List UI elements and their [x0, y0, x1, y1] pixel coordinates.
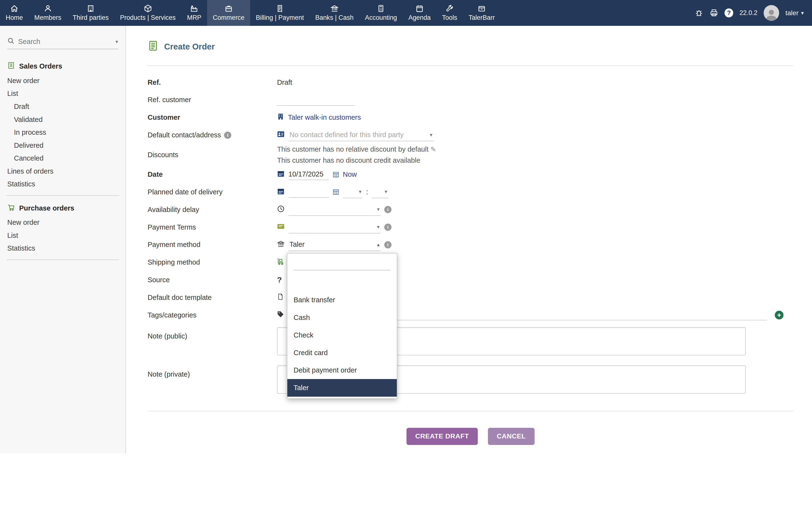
nav-item-commerce[interactable]: Commerce — [207, 0, 250, 26]
dropdown-option-credit-card[interactable]: Credit card — [287, 344, 397, 362]
sales-orders-title: Sales Orders — [19, 62, 62, 70]
nav-label: Billing | Payment — [256, 14, 304, 21]
add-tag-icon[interactable]: + — [775, 311, 783, 320]
payment-terms-label: Payment Terms — [148, 223, 277, 231]
chevron-up-icon: ▴ — [377, 241, 379, 248]
delivery-minute-select[interactable]: ▾ — [372, 186, 388, 198]
sales-order-icon — [7, 62, 15, 71]
dropdown-option-cash[interactable]: Cash — [287, 309, 397, 326]
date-input[interactable] — [289, 169, 329, 180]
help-icon[interactable]: ? — [724, 8, 733, 17]
dropdown-option-debit-payment-order[interactable]: Debit payment order — [287, 361, 397, 379]
doc-template-label: Default doc template — [148, 294, 277, 301]
sidebar-item-list[interactable]: List — [0, 87, 125, 100]
wrench-icon — [445, 4, 454, 12]
dropdown-option-bank-transfer[interactable]: Bank transfer — [287, 291, 397, 309]
nav-item-third-parties[interactable]: Third parties — [67, 0, 114, 26]
print-icon[interactable] — [710, 8, 718, 17]
time-separator: : — [366, 188, 368, 196]
now-link[interactable]: Now — [343, 170, 357, 178]
nav-item-products-services[interactable]: Products | Services — [114, 0, 181, 26]
nav-label: Commerce — [213, 14, 244, 21]
payment-method-select[interactable]: Taler ▴ — [289, 238, 380, 251]
ref-customer-label: Ref. customer — [148, 96, 277, 104]
sidebar-item-statistics[interactable]: Statistics — [0, 178, 125, 191]
nav-item-tools[interactable]: Tools — [437, 0, 463, 26]
customer-label: Customer — [148, 113, 277, 121]
ref-customer-input[interactable] — [277, 94, 355, 106]
create-draft-button[interactable]: CREATE DRAFT — [406, 428, 478, 445]
dropdown-option-taler[interactable]: Taler — [287, 379, 397, 397]
divider — [6, 195, 119, 196]
dropdown-search-input[interactable] — [294, 260, 391, 270]
bug-icon[interactable] — [695, 8, 703, 17]
contact-select[interactable]: No contact defined for this third party … — [289, 129, 434, 141]
date-picker-icon[interactable] — [333, 171, 339, 178]
nav-item-members[interactable]: Members — [29, 0, 67, 26]
sales-orders-section: Sales Orders — [0, 59, 125, 74]
note-private-row: Note (private) — [148, 365, 794, 400]
search-input[interactable] — [18, 38, 112, 46]
document-icon — [277, 293, 284, 302]
dropdown-option-empty[interactable] — [287, 274, 397, 291]
form-actions: CREATE DRAFT CANCEL — [148, 428, 794, 445]
nav-item-mrp[interactable]: MRP — [181, 0, 207, 26]
clock-icon — [277, 205, 285, 214]
delivery-hour-select[interactable]: ▾ — [343, 186, 362, 198]
info-icon[interactable]: i — [384, 206, 392, 213]
cancel-button[interactable]: CANCEL — [488, 428, 535, 445]
nav-item-agenda[interactable]: Agenda — [403, 0, 436, 26]
nav-label: Home — [6, 14, 23, 21]
order-doc-icon — [148, 40, 158, 53]
sidebar-item-draft[interactable]: Draft — [0, 100, 125, 113]
purchase-orders-title: Purchase orders — [19, 204, 74, 212]
dropdown-option-check[interactable]: Check — [287, 326, 397, 344]
page-title-text: Create Order — [164, 42, 215, 51]
note-public-row: Note (public) — [148, 327, 794, 362]
info-icon[interactable]: i — [384, 241, 392, 248]
user-menu[interactable]: taler ▾ — [785, 9, 804, 17]
sidebar-item-po-statistics[interactable]: Statistics — [0, 242, 125, 255]
payment-terms-select[interactable]: ▾ — [289, 221, 380, 233]
delivery-date-input[interactable] — [289, 186, 329, 198]
company-icon — [277, 113, 284, 122]
source-row: Source ? — [148, 271, 794, 289]
sidebar-item-new-order[interactable]: New order — [0, 74, 125, 87]
sidebar-item-canceled[interactable]: Canceled — [0, 152, 125, 165]
payment-method-label: Payment method — [148, 241, 277, 249]
nav-item-banks-cash[interactable]: Banks | Cash — [310, 0, 359, 26]
info-icon[interactable]: i — [384, 224, 392, 231]
date-picker-icon[interactable] — [333, 188, 339, 195]
sidebar-item-validated[interactable]: Validated — [0, 113, 125, 126]
sidebar-item-in-process[interactable]: In process — [0, 126, 125, 139]
page-title: Create Order — [148, 40, 794, 53]
sidebar-item-lines-of-orders[interactable]: Lines of orders — [0, 165, 125, 178]
note-private-label: Note (private) — [148, 365, 277, 378]
availability-select[interactable]: ▾ — [289, 203, 380, 216]
sidebar-item-delivered[interactable]: Delivered — [0, 139, 125, 152]
customer-link[interactable]: Taler walk-in customers — [288, 113, 361, 121]
top-navbar: Home Members Third parties Products | Se… — [0, 0, 812, 26]
invoice-icon — [276, 4, 284, 12]
availability-row: Availability delay ▾ i — [148, 201, 794, 219]
contact-label-text: Default contact/address — [148, 131, 221, 139]
nav-item-billing-payment[interactable]: Billing | Payment — [250, 0, 310, 26]
sidebar-item-po-new-order[interactable]: New order — [0, 216, 125, 229]
chevron-down-icon[interactable]: ▾ — [115, 39, 118, 45]
date-row: Date Now — [148, 166, 794, 183]
discounts-row: Discounts This customer has no relative … — [148, 144, 794, 166]
pencil-icon[interactable]: ✎ — [430, 146, 436, 153]
nav-label: Agenda — [408, 14, 430, 21]
discount-text-1: This customer has no relative discount b… — [277, 145, 428, 153]
discount-line-1: This customer has no relative discount b… — [277, 145, 436, 155]
availability-label: Availability delay — [148, 206, 277, 214]
info-icon[interactable]: i — [224, 131, 231, 139]
avatar[interactable] — [764, 5, 779, 20]
nav-item-talerbarr[interactable]: TalerBarr — [463, 0, 501, 26]
nav-item-home[interactable]: Home — [0, 0, 29, 26]
nav-label: TalerBarr — [469, 14, 495, 21]
members-icon — [44, 4, 52, 12]
ref-label: Ref. — [148, 78, 277, 87]
sidebar-item-po-list[interactable]: List — [0, 229, 125, 242]
nav-item-accounting[interactable]: Accounting — [359, 0, 403, 26]
